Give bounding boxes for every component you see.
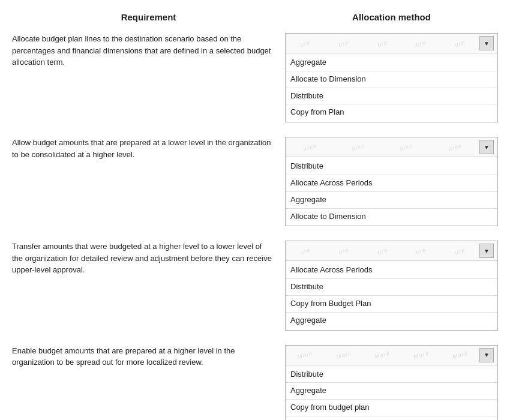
watermark-text: ure (377, 38, 389, 47)
watermark-4: MarkMarkMarkMarkMark (286, 346, 479, 365)
watermark-1: ureureureureure (286, 34, 479, 53)
dropdown-arrow-3[interactable]: ▼ (479, 244, 494, 258)
table-row: Allow budget amounts that are prepared a… (12, 137, 498, 226)
watermark-text: Mark (296, 350, 313, 360)
watermark-text: arks (302, 142, 317, 152)
option-1-4[interactable]: Copy from Plan (286, 104, 497, 121)
watermark-3: ureureureureure (286, 241, 479, 260)
watermark-text: arks (448, 142, 463, 152)
watermark-text: ure (299, 247, 311, 256)
watermark-text: arks (351, 142, 366, 152)
table-row: Transfer amounts that were budgeted at a… (12, 241, 498, 330)
watermark-text: ure (338, 247, 350, 256)
dropdown-options-1: AggregateAllocate to DimensionDistribute… (286, 53, 497, 122)
allocation-cell-4: MarkMarkMarkMarkMark▼DistributeAggregate… (285, 345, 498, 420)
requirement-cell-4: Enable budget amounts that are prepared … (12, 345, 285, 368)
dropdown-options-4: DistributeAggregateCopy from budget plan… (286, 365, 497, 420)
option-1-3[interactable]: Distribute (286, 88, 497, 105)
option-3-3[interactable]: Copy from Budget Plan (286, 296, 497, 313)
option-1-1[interactable]: Aggregate (286, 55, 497, 71)
option-4-4[interactable]: Allocate to dimension (286, 416, 497, 420)
allocation-cell-3: ureureureureure▼Allocate Across PeriodsD… (285, 241, 498, 330)
dropdown-header-4[interactable]: MarkMarkMarkMarkMark▼ (286, 346, 497, 365)
option-4-1[interactable]: Distribute (286, 367, 497, 383)
option-3-1[interactable]: Allocate Across Periods (286, 262, 497, 279)
table-row: Enable budget amounts that are prepared … (12, 345, 498, 420)
option-4-3[interactable]: Copy from budget plan (286, 400, 497, 416)
option-2-3[interactable]: Aggregate (286, 192, 497, 209)
table-row: Allocate budget plan lines to the destin… (12, 33, 498, 122)
dropdown-header-2[interactable]: arksarksarksarks▼ (286, 137, 497, 157)
option-3-2[interactable]: Distribute (286, 279, 497, 296)
allocation-cell-1: ureureureureure▼AggregateAllocate to Dim… (285, 33, 498, 122)
watermark-text: ure (415, 38, 427, 47)
dropdown-arrow-4[interactable]: ▼ (479, 348, 494, 362)
watermark-text: Mark (335, 350, 352, 360)
dropdown-header-3[interactable]: ureureureureure▼ (286, 241, 497, 261)
header-requirement: Requirement (12, 12, 285, 22)
watermark-text: ure (377, 247, 389, 256)
watermark-text: ure (454, 38, 466, 47)
watermark-text: ure (415, 247, 427, 256)
watermark-text: ure (338, 38, 350, 47)
option-2-2[interactable]: Allocate Across Periods (286, 175, 497, 192)
watermark-text: ure (454, 247, 466, 256)
requirement-cell-2: Allow budget amounts that are prepared a… (12, 137, 285, 160)
dropdown-arrow-1[interactable]: ▼ (479, 36, 494, 50)
dropdown-options-2: DistributeAllocate Across PeriodsAggrega… (286, 157, 497, 226)
option-3-4[interactable]: Aggregate (286, 313, 497, 329)
option-2-1[interactable]: Distribute (286, 158, 497, 175)
watermark-text: arks (399, 142, 414, 152)
option-1-2[interactable]: Allocate to Dimension (286, 71, 497, 88)
requirement-cell-1: Allocate budget plan lines to the destin… (12, 33, 285, 68)
option-2-4[interactable]: Allocate to Dimension (286, 209, 497, 225)
option-4-2[interactable]: Aggregate (286, 383, 497, 400)
dropdown-header-1[interactable]: ureureureureure▼ (286, 34, 497, 53)
dropdown-arrow-2[interactable]: ▼ (479, 140, 494, 154)
watermark-text: Mark (374, 350, 391, 360)
watermark-text: Mark (452, 350, 469, 360)
requirement-cell-3: Transfer amounts that were budgeted at a… (12, 241, 285, 276)
watermark-text: Mark (413, 350, 430, 360)
watermark-2: arksarksarksarks (286, 137, 479, 157)
header-allocation-method: Allocation method (285, 12, 498, 22)
allocation-cell-2: arksarksarksarks▼DistributeAllocate Acro… (285, 137, 498, 226)
dropdown-options-3: Allocate Across PeriodsDistributeCopy fr… (286, 261, 497, 329)
watermark-text: ure (299, 38, 311, 47)
